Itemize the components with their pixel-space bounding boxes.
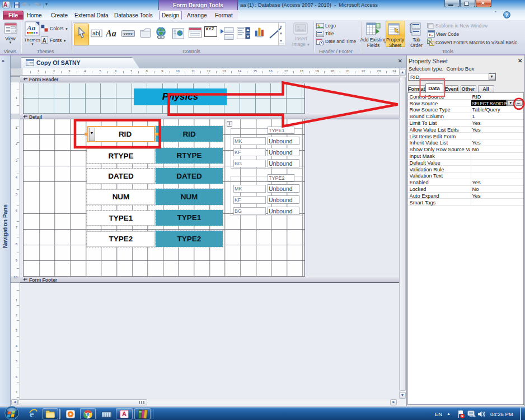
svg-text:xxxx: xxxx (123, 31, 133, 36)
svg-text:Aa: Aa (26, 24, 36, 32)
svg-text:XYZ: XYZ (205, 26, 214, 31)
svg-text:ab: ab (92, 30, 99, 36)
svg-text:A: A (43, 38, 46, 44)
svg-text:Aa: Aa (106, 29, 116, 38)
